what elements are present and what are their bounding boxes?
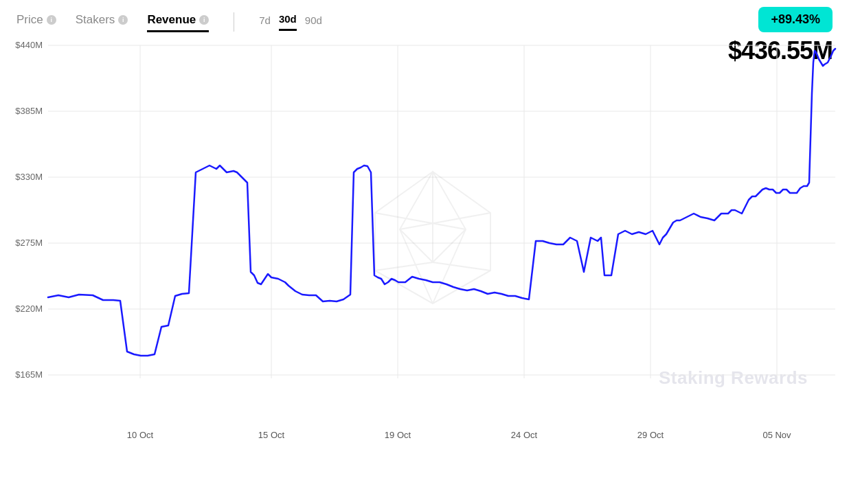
chart-svg: $440M $385M $330M $275M $220M $165M <box>0 38 849 444</box>
svg-text:$385M: $385M <box>15 106 43 116</box>
chart-area: Staking Rewards $440M $385M $330M $275M … <box>0 38 849 444</box>
x-label-15oct: 15 Oct <box>258 430 284 440</box>
percentage-badge: +89.43% <box>758 7 833 32</box>
tab-stakers[interactable]: Stakers i <box>76 13 128 31</box>
x-label-05nov: 05 Nov <box>762 430 791 440</box>
svg-text:$275M: $275M <box>15 238 43 248</box>
chart-line <box>48 49 835 356</box>
time-tab-7d[interactable]: 7d <box>259 14 271 30</box>
time-tab-group: 7d 30d 90d <box>259 13 322 31</box>
tab-price[interactable]: Price i <box>16 13 56 31</box>
svg-line-21 <box>400 213 490 229</box>
svg-text:$440M: $440M <box>15 40 43 50</box>
svg-line-24 <box>375 262 433 271</box>
header: Price i Stakers i Revenue i 7d 30d 90d +… <box>0 0 849 32</box>
x-label-10oct: 10 Oct <box>127 430 153 440</box>
tab-revenue-label: Revenue <box>147 13 196 27</box>
svg-line-23 <box>433 262 490 271</box>
x-label-19oct: 19 Oct <box>385 430 411 440</box>
tab-divider <box>234 12 234 32</box>
svg-line-27 <box>433 271 490 303</box>
svg-text:$330M: $330M <box>15 172 43 182</box>
svg-text:$220M: $220M <box>15 303 43 314</box>
stakers-info-icon[interactable]: i <box>118 15 128 25</box>
svg-text:$165M: $165M <box>15 369 43 380</box>
svg-line-22 <box>375 213 466 229</box>
svg-line-28 <box>375 271 433 303</box>
main-container: Price i Stakers i Revenue i 7d 30d 90d +… <box>0 0 849 504</box>
tab-stakers-label: Stakers <box>76 13 115 27</box>
time-tab-30d[interactable]: 30d <box>279 13 297 31</box>
x-labels: 10 Oct 15 Oct 19 Oct 24 Oct 29 Oct 05 No… <box>0 413 849 444</box>
time-tab-90d[interactable]: 90d <box>305 14 322 30</box>
price-info-icon[interactable]: i <box>47 15 56 25</box>
x-label-24oct: 24 Oct <box>511 430 537 440</box>
tab-price-label: Price <box>16 13 43 27</box>
revenue-info-icon[interactable]: i <box>199 15 209 25</box>
tab-group: Price i Stakers i Revenue i 7d 30d 90d <box>16 12 322 32</box>
tab-revenue[interactable]: Revenue i <box>147 13 209 31</box>
x-label-29oct: 29 Oct <box>637 430 664 440</box>
